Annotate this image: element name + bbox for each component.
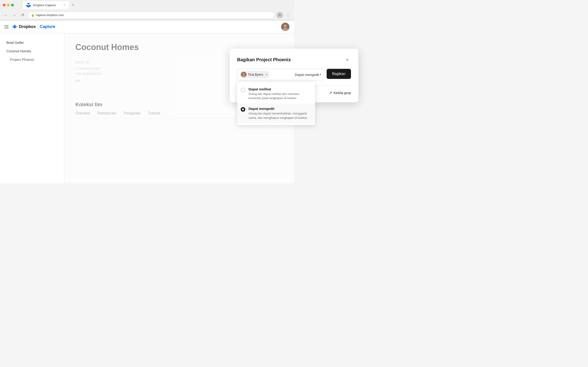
svg-point-2 (284, 24, 287, 27)
browser-profile-button[interactable] (277, 12, 283, 18)
new-tab-button[interactable]: + (70, 2, 76, 8)
url-text: capture.dropbox.com (36, 13, 64, 17)
share-modal: Bagikan Project Phoenix × Tina Byers × (230, 49, 294, 102)
minimize-window-button[interactable] (7, 4, 10, 6)
svg-point-4 (242, 73, 245, 75)
tab-bar: Dropbox Capture × + (20, 1, 79, 9)
tab-close-button[interactable]: × (62, 3, 66, 7)
maximize-window-button[interactable] (11, 4, 14, 6)
close-window-button[interactable] (3, 4, 6, 6)
forward-button[interactable]: → (11, 12, 17, 18)
nav-bar: ← → ↺ 🔒 capture.dropbox.com ⋮ (0, 10, 294, 20)
tina-byers-avatar (241, 72, 246, 77)
tab-favicon (26, 2, 31, 8)
modal-backdrop: Bagikan Project Phoenix × Tina Byers × (0, 30, 294, 184)
browser-chrome: Dropbox Capture × + ← → ↺ 🔒 capture.drop… (0, 0, 294, 20)
share-input-container[interactable]: Tina Byers × Dapat mengedit ▾ (237, 69, 294, 80)
back-button[interactable]: ← (3, 12, 9, 18)
modal-header: Bagikan Project Phoenix × (237, 56, 294, 63)
dropbox-logo: Dropbox | Capture (12, 24, 55, 30)
user-chip-remove-button[interactable]: × (265, 73, 267, 76)
user-avatar-header[interactable] (281, 23, 289, 31)
browser-menu-button[interactable]: ⋮ (285, 12, 291, 18)
active-tab[interactable]: Dropbox Capture × (23, 1, 69, 9)
dropbox-icon (12, 24, 17, 30)
title-bar: Dropbox Capture × + (0, 0, 294, 10)
dropbox-brand-text: Dropbox (19, 24, 36, 29)
apps-grid-icon[interactable] (5, 25, 8, 29)
dropdown-view-desc: Orang lain dapat melihat dan memberi kom… (249, 92, 294, 100)
radio-edit-icon (241, 107, 245, 112)
user-chip-tina-byers: Tina Byers × (240, 71, 270, 78)
dropdown-edit-text: Dapat mengedit Orang lain dapat menambah… (249, 107, 294, 120)
dropdown-option-edit[interactable]: Dapat mengedit Orang lain dapat menambah… (237, 103, 294, 123)
traffic-lights (3, 4, 14, 6)
security-lock-icon: 🔒 (31, 14, 35, 17)
tab-title: Dropbox Capture (33, 3, 61, 7)
dropdown-view-text: Dapat melihat Orang lain dapat melihat d… (249, 87, 294, 100)
modal-title: Bagikan Project Phoenix (237, 57, 291, 62)
radio-view-icon (241, 88, 245, 92)
dropdown-edit-desc: Orang lain dapat menambahkan, mengganti … (249, 111, 294, 120)
capture-brand-text: Capture (40, 24, 55, 29)
share-input-row: Tina Byers × Dapat mengedit ▾ Bagikan Da… (237, 69, 294, 80)
address-bar[interactable]: 🔒 capture.dropbox.com (27, 11, 275, 19)
header-right (281, 23, 289, 31)
dropdown-view-title: Dapat melihat (249, 87, 294, 91)
dropdown-edit-title: Dapat mengedit (249, 107, 294, 110)
permission-dropdown-menu: Dapat melihat Orang lain dapat melihat d… (237, 82, 294, 125)
user-chip-name: Tina Byers (248, 73, 263, 76)
refresh-button[interactable]: ↺ (19, 12, 26, 18)
dropdown-option-view[interactable]: Dapat melihat Orang lain dapat melihat d… (237, 84, 294, 103)
